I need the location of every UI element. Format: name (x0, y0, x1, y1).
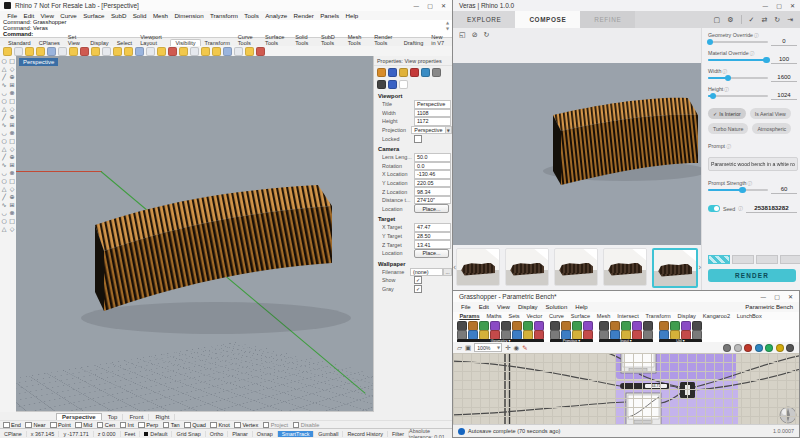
projection-dropdown[interactable]: Perspective (411, 126, 445, 135)
maximize-icon[interactable]: ▢ (776, 3, 782, 9)
menu-dimension[interactable]: Dimension (171, 12, 207, 19)
render-thumbnail[interactable] (456, 248, 500, 286)
tool-icon[interactable]: △ (0, 185, 8, 193)
tool-icon[interactable]: ⊞ (8, 121, 16, 129)
prompt-input[interactable] (708, 157, 798, 171)
toolbar-icon[interactable] (3, 47, 12, 56)
frame-icon[interactable]: ◱ (459, 31, 466, 39)
toolbar-icon[interactable] (179, 47, 188, 56)
toolbar-icon[interactable] (256, 47, 265, 56)
status-pane-filter[interactable]: Filter (388, 431, 409, 437)
status-pane-osnap[interactable]: Osnap (253, 431, 278, 437)
tool-icon[interactable]: △ (0, 65, 8, 73)
render-thumbnail[interactable] (603, 248, 647, 286)
tool-icon[interactable]: ◡ (0, 89, 8, 97)
prompt-strength-value[interactable]: 60 (771, 186, 797, 194)
tool-icon[interactable]: □ (8, 97, 16, 105)
tool-icon[interactable]: ◇ (8, 185, 16, 193)
gh-menu-display[interactable]: Display (514, 304, 542, 310)
toolbar-icon[interactable] (14, 47, 23, 56)
gh-tab-lunchbox[interactable]: LunchBox (733, 313, 765, 319)
close-icon[interactable]: ✕ (441, 3, 446, 9)
tool-icon[interactable]: ∿ (0, 201, 8, 209)
gh-menu-edit[interactable]: Edit (475, 304, 493, 310)
toolbar-tab-viewport-layout[interactable]: Viewport Layout (136, 34, 170, 46)
height-value[interactable]: 1024 (771, 92, 797, 100)
tool-icon[interactable]: ◡ (0, 169, 8, 177)
geometry-override-slider[interactable] (708, 41, 768, 43)
menu-solid[interactable]: Solid (130, 12, 150, 19)
toolbar-tab-render-tools[interactable]: Render Tools (370, 34, 400, 46)
wallpaper-icon[interactable] (399, 80, 408, 89)
tool-icon[interactable]: □ (8, 57, 16, 65)
menu-curve[interactable]: Curve (57, 12, 80, 19)
bench-model[interactable] (16, 56, 374, 412)
tool-icon[interactable]: ⊗ (8, 209, 16, 217)
show-checkbox[interactable]: ✓ (414, 276, 422, 284)
browse-button[interactable]: ... (443, 268, 452, 277)
tool-icon[interactable]: △ (0, 225, 8, 233)
open-file-icon[interactable]: ▱ (457, 344, 462, 352)
menu-surface[interactable]: Surface (80, 12, 108, 19)
light-icon[interactable] (399, 68, 408, 77)
tool-icon[interactable]: ⊕ (8, 113, 16, 121)
viewport-tab-front[interactable]: Front (124, 414, 149, 420)
status-pane-smarttrack[interactable]: SmartTrack (278, 431, 315, 437)
status-pane-grid-snap[interactable]: Grid Snap (172, 431, 205, 437)
command-scrollbar[interactable]: ▲▼ (444, 20, 451, 31)
viewport-title[interactable]: Perspective (19, 58, 58, 66)
toolbar-tab-new-in-v7[interactable]: New in V7 (427, 34, 452, 46)
toolbar-ball-icon[interactable] (723, 344, 731, 352)
sketch-icon[interactable]: ✎ (522, 344, 527, 352)
tool-icon[interactable]: ∿ (0, 121, 8, 129)
tool-icon[interactable]: ⊕ (8, 193, 16, 201)
close-icon[interactable]: ✕ (790, 3, 795, 9)
material-override-value[interactable]: 100 (771, 56, 797, 64)
toggle-is-aerial-view[interactable]: Is Aerial View (750, 108, 791, 119)
toolbar-icon[interactable] (157, 47, 166, 56)
tool-icon[interactable]: ⊕ (8, 153, 16, 161)
check-icon[interactable]: ✓ (749, 16, 755, 24)
menu-tools[interactable]: Tools (241, 12, 262, 19)
tool-icon[interactable]: ◇ (8, 145, 16, 153)
menu-view[interactable]: View (37, 12, 57, 19)
toolbar-icon[interactable] (223, 47, 232, 56)
toolbar-icon[interactable] (146, 47, 155, 56)
tool-icon[interactable]: □ (8, 177, 16, 185)
pan-icon[interactable]: ✛ (505, 344, 510, 352)
tool-icon[interactable]: □ (8, 217, 16, 225)
z-location-field[interactable]: 98.34 (414, 187, 451, 196)
render-thumbnail[interactable] (652, 248, 698, 288)
toolbar-ball-icon[interactable] (744, 344, 752, 352)
toolbar-icon[interactable] (80, 47, 89, 56)
toolbar-icon[interactable] (113, 47, 122, 56)
tab-compose[interactable]: COMPOSE (515, 11, 580, 28)
menu-edit[interactable]: Edit (20, 12, 37, 19)
rotation-field[interactable]: 0.0 (414, 162, 451, 171)
render-button[interactable]: RENDER (708, 269, 796, 282)
toolbar-icon[interactable] (91, 47, 100, 56)
tool-icon[interactable]: ◇ (8, 225, 16, 233)
toolbar-icon[interactable] (212, 47, 221, 56)
x-location-field[interactable]: -130.46 (414, 170, 451, 179)
tool-icon[interactable]: ⊕ (8, 73, 16, 81)
filename-field[interactable]: (none) (410, 268, 443, 277)
toggle-turbo-nature[interactable]: Turbo Nature (708, 123, 748, 134)
minimize-icon[interactable]: — (413, 3, 419, 9)
menu-render[interactable]: Render (290, 12, 317, 19)
toolbar-tab-subd-tools[interactable]: SubD Tools (317, 34, 344, 46)
gh-tab-vector[interactable]: Vector (523, 313, 546, 319)
toolbar-icon[interactable] (102, 47, 111, 56)
seed-value[interactable]: 2538183282 (746, 204, 797, 213)
toolbar-icon[interactable] (69, 47, 78, 56)
toggle-is-interior[interactable]: ✓Is Interior (708, 108, 746, 119)
tool-icon[interactable]: △ (0, 145, 8, 153)
width-value[interactable]: 1600 (771, 74, 797, 82)
gh-tab-maths[interactable]: Maths (483, 313, 505, 319)
width-field[interactable]: 1108 (414, 109, 451, 118)
z-target-field[interactable]: 13.41 (414, 240, 451, 249)
link-icon[interactable] (388, 80, 397, 89)
tool-icon[interactable]: ⊞ (8, 201, 16, 209)
render-icon[interactable] (421, 68, 430, 77)
save-file-icon[interactable]: ▣ (465, 344, 471, 352)
